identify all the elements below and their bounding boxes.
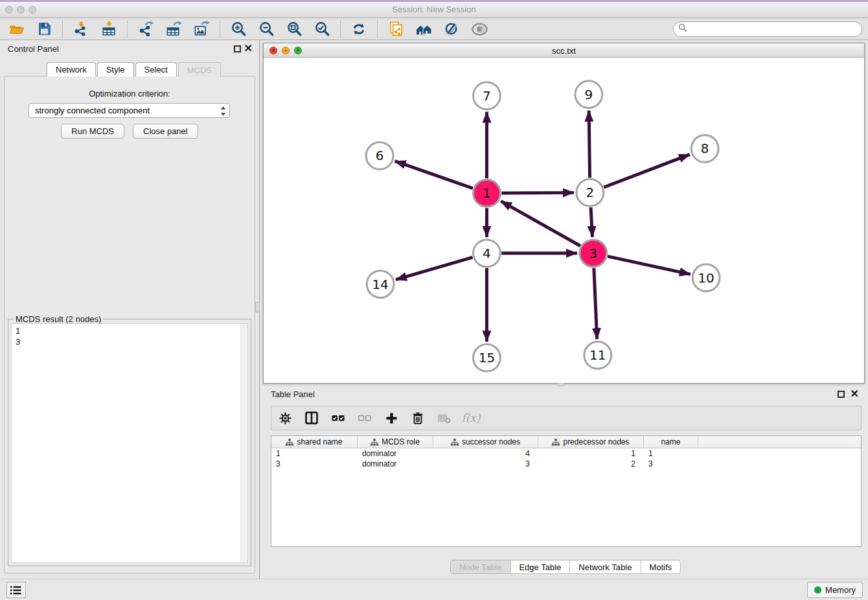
import-network-icon[interactable] [71,20,91,38]
table-cell[interactable]: dominator [358,459,433,469]
control-tab-network[interactable]: Network [47,62,96,76]
table-tab-network-table[interactable]: Network Table [570,560,641,574]
delete-column-trash-icon[interactable] [411,411,425,425]
delete-table-icon-disabled [437,411,451,425]
network-canvas[interactable]: 7968124314101511 [264,58,864,383]
zoom-out-icon[interactable] [257,20,276,38]
graph-edge-2-9[interactable] [589,111,589,178]
search-icon [678,23,687,35]
split-columns-icon[interactable] [304,411,319,425]
table-cell[interactable]: 1 [644,448,698,459]
deselect-all-columns-icon[interactable] [358,411,372,425]
table-panel-title: Table Panel [271,389,315,399]
column-header-shared-name[interactable]: shared name [271,436,358,448]
control-tab-mcds[interactable]: MCDS [178,62,221,77]
mcds-result-scrollbar[interactable] [240,324,247,562]
control-panel-title: Control Panel [8,44,59,54]
search-box[interactable] [673,21,862,37]
save-session-icon[interactable] [34,20,54,38]
column-header-successor-nodes[interactable]: successor nodes [433,436,538,448]
table-cell[interactable]: dominator [358,448,433,459]
export-image-icon[interactable] [192,20,211,38]
toolbar-separator [62,21,63,38]
select-all-columns-icon[interactable] [331,411,345,425]
apply-layout-icon[interactable] [349,20,369,38]
table-cell[interactable]: 2 [538,459,644,469]
graph-node-label: 6 [376,148,384,163]
table-cell[interactable]: 3 [644,459,698,469]
add-column-plus-icon[interactable] [384,411,398,425]
zoom-in-icon[interactable] [229,20,248,38]
table-tab-motifs[interactable]: Motifs [641,560,681,574]
hide-details-eye-icon[interactable] [470,20,489,38]
graph-edge-3-10[interactable] [608,257,691,275]
mcds-result-area[interactable]: 13 [11,323,248,563]
status-bar: Memory [0,579,868,600]
graph-node-label: 8 [701,141,709,156]
table-row[interactable]: 3dominator323 [271,459,861,469]
table-panel-float-icon[interactable] [838,391,845,398]
control-panel-close-icon[interactable]: ✕ [244,42,253,55]
table-cell[interactable]: 3 [433,459,538,469]
graph-edge-4-14[interactable] [396,257,472,279]
table-panel: Table Panel ✕ f(x) shared nameMCDS roles… [263,386,868,574]
show-graphics-details-icon[interactable] [442,20,461,38]
home-icon[interactable] [414,20,433,38]
export-table-icon[interactable] [164,20,183,38]
import-table-icon[interactable] [99,20,119,38]
graph-node-label: 11 [589,348,606,363]
run-mcds-button[interactable]: Run MCDS [61,124,124,139]
select-stepper-icon [220,106,226,119]
criterion-select-value: strongly connected component [35,106,150,115]
mcds-result-legend: MCDS result (2 nodes) [14,314,103,324]
table-toolbar: f(x) [271,406,862,430]
table-cell[interactable]: 1 [538,448,644,459]
graph-node-label: 14 [372,277,388,292]
vertical-splitter-grip[interactable] [255,302,260,312]
criterion-select[interactable]: strongly connected component [29,103,230,118]
toolbar-separator [340,21,341,38]
control-panel-tabs: NetworkStyleSelectMCDS [47,62,222,76]
zoom-selected-icon[interactable] [312,20,332,38]
table-cell[interactable]: 4 [433,448,538,459]
window-titlebar: Session: New Session [0,0,868,18]
control-tab-style[interactable]: Style [97,62,134,76]
graph-node-label: 3 [589,246,597,261]
zoom-fit-icon[interactable] [284,20,304,38]
search-input[interactable] [690,25,852,34]
graph-edge-3-11[interactable] [594,268,597,340]
column-header-mcds-role[interactable]: MCDS role [358,436,433,448]
table-settings-gear-icon[interactable] [278,411,292,425]
mcds-tab-content: Optimization criterion: strongly connect… [4,76,255,573]
new-network-from-selection-icon[interactable] [386,20,405,38]
control-panel-header: Control Panel ✕ [0,40,259,57]
table-cell[interactable]: 3 [271,459,358,469]
graph-node-label: 7 [483,89,491,104]
graph-node-label: 15 [479,351,495,365]
column-header-predecessor-nodes[interactable]: predecessor nodes [538,436,644,448]
task-history-button[interactable] [6,582,26,598]
table-cell[interactable]: 1 [271,448,358,459]
graph-edge-2-8[interactable] [604,154,690,187]
column-header-name[interactable]: name [644,436,698,448]
graph-edge-3-1[interactable] [501,201,580,246]
table-tab-bar: Node TableEdge TableNetwork TableMotifs [450,560,681,574]
table-tab-edge-table[interactable]: Edge Table [510,560,570,574]
table-panel-close-icon[interactable]: ✕ [851,387,859,400]
table-tab-node-table[interactable]: Node Table [450,560,511,574]
graph-edge-1-6[interactable] [395,161,473,189]
graph-edge-1-2[interactable] [501,192,574,193]
control-panel-float-icon[interactable] [234,45,241,52]
close-panel-button[interactable]: Close panel [133,124,198,139]
network-canvas-svg: 7968124314101511 [264,58,864,383]
graph-edge-2-3[interactable] [591,207,592,237]
network-window-titlebar[interactable]: × − + scc.txt [264,43,864,58]
memory-button[interactable]: Memory [807,582,863,598]
toolbar-separator [220,21,220,38]
memory-status-dot [814,586,821,594]
open-session-icon[interactable] [6,20,26,38]
table-row[interactable]: 1dominator411 [271,448,861,459]
control-tab-select[interactable]: Select [135,62,177,76]
export-network-icon[interactable] [136,20,155,38]
mcds-result-line: 3 [16,336,247,347]
